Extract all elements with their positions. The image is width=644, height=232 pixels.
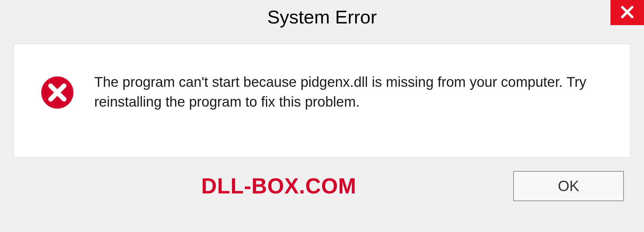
error-message: The program can't start because pidgenx.… (94, 72, 610, 112)
ok-button[interactable]: OK (513, 171, 624, 201)
title-bar: System Error (0, 0, 644, 34)
dialog-title: System Error (267, 6, 377, 28)
watermark-text: DLL-BOX.COM (201, 174, 357, 198)
close-button[interactable] (610, 0, 644, 25)
dialog-footer: DLL-BOX.COM OK (0, 158, 644, 201)
close-icon (620, 5, 635, 21)
error-dialog-window: System Error The program can't start bec… (0, 0, 644, 232)
content-panel: The program can't start because pidgenx.… (13, 44, 631, 158)
error-icon (41, 76, 74, 109)
